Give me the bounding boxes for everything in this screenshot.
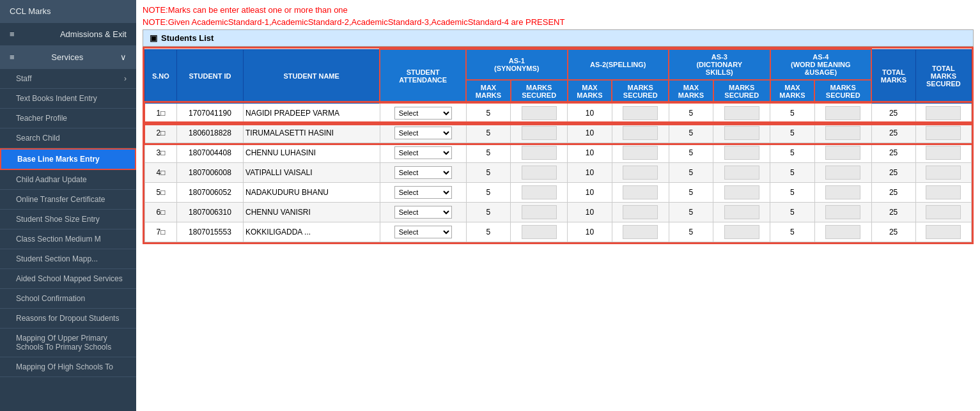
as1-secured-cell[interactable] — [511, 103, 568, 123]
attendance-cell[interactable]: SelectPresentAbsent — [380, 143, 466, 163]
as1-secured-input[interactable] — [522, 146, 557, 160]
sidebar-item-student-section[interactable]: Student Section Mapp... — [0, 249, 136, 269]
attendance-select[interactable]: SelectPresentAbsent — [394, 206, 452, 219]
as2-secured-cell[interactable] — [612, 163, 669, 183]
as2-secured-cell[interactable] — [612, 203, 669, 222]
as4-secured-cell[interactable] — [814, 222, 871, 242]
sidebar-item-services[interactable]: ≡ Services ∨ — [0, 46, 136, 69]
as2-secured-input[interactable] — [623, 185, 658, 199]
sidebar-item-online-transfer[interactable]: Online Transfer Certificate — [0, 190, 136, 210]
as4-secured-cell[interactable] — [814, 123, 871, 143]
as2-secured-input[interactable] — [623, 225, 658, 239]
total-marks-secured-input[interactable] — [926, 126, 961, 140]
sidebar-item-high-school-mapping[interactable]: Mapping Of High Schools To — [0, 357, 136, 377]
as2-secured-cell[interactable] — [612, 143, 669, 163]
total-marks-secured-cell[interactable] — [915, 183, 971, 203]
as1-secured-cell[interactable] — [511, 183, 568, 203]
total-marks-secured-cell[interactable] — [915, 123, 971, 143]
total-marks-secured-input[interactable] — [926, 106, 961, 120]
sidebar-item-dropout-reasons[interactable]: Reasons for Dropout Students — [0, 309, 136, 329]
as1-secured-input[interactable] — [522, 106, 557, 120]
as3-secured-input[interactable] — [724, 225, 759, 239]
as3-secured-input[interactable] — [724, 185, 759, 199]
as4-secured-input[interactable] — [825, 225, 860, 239]
as2-secured-input[interactable] — [623, 106, 658, 120]
as4-secured-input[interactable] — [825, 146, 860, 160]
as4-secured-input[interactable] — [825, 166, 860, 180]
as3-secured-input[interactable] — [724, 106, 759, 120]
as4-secured-input[interactable] — [825, 205, 860, 219]
attendance-cell[interactable]: SelectPresentAbsent — [380, 163, 466, 183]
sidebar-item-baseline-marks[interactable]: Base Line Marks Entry — [0, 148, 136, 170]
attendance-cell[interactable]: SelectPresentAbsent — [380, 183, 466, 203]
sidebar-item-staff[interactable]: Staff › — [0, 69, 136, 89]
as4-secured-cell[interactable] — [814, 203, 871, 222]
as1-secured-cell[interactable] — [511, 222, 568, 242]
as2-secured-cell[interactable] — [612, 123, 669, 143]
as2-secured-input[interactable] — [623, 166, 658, 180]
sidebar-item-child-aadhar[interactable]: Child Aadhar Update — [0, 170, 136, 190]
attendance-cell[interactable]: SelectPresentAbsent — [380, 222, 466, 242]
total-marks-secured-cell[interactable] — [915, 203, 971, 222]
total-marks-secured-cell[interactable] — [915, 143, 971, 163]
total-marks-secured-input[interactable] — [926, 205, 961, 219]
sidebar-item-search-child[interactable]: Search Child — [0, 128, 136, 148]
total-marks-secured-input[interactable] — [926, 225, 961, 239]
as3-secured-cell[interactable] — [713, 163, 770, 183]
sidebar-item-ccl-marks[interactable]: CCL Marks — [0, 0, 136, 23]
as3-secured-cell[interactable] — [713, 143, 770, 163]
as3-secured-input[interactable] — [724, 126, 759, 140]
attendance-select[interactable]: SelectPresentAbsent — [394, 107, 452, 120]
as4-secured-cell[interactable] — [814, 183, 871, 203]
as1-secured-cell[interactable] — [511, 123, 568, 143]
attendance-select[interactable]: SelectPresentAbsent — [394, 146, 452, 159]
as1-secured-cell[interactable] — [511, 143, 568, 163]
sidebar-item-shoe-size[interactable]: Student Shoe Size Entry — [0, 210, 136, 229]
as2-secured-cell[interactable] — [612, 222, 669, 242]
attendance-cell[interactable]: SelectPresentAbsent — [380, 103, 466, 123]
attendance-cell[interactable]: SelectPresentAbsent — [380, 123, 466, 143]
as2-secured-cell[interactable] — [612, 183, 669, 203]
as2-secured-input[interactable] — [623, 146, 658, 160]
as3-secured-input[interactable] — [724, 166, 759, 180]
sidebar-item-teacher-profile[interactable]: Teacher Profile — [0, 109, 136, 128]
as3-secured-cell[interactable] — [713, 203, 770, 222]
as3-secured-input[interactable] — [724, 205, 759, 219]
as4-secured-input[interactable] — [825, 126, 860, 140]
sidebar-item-class-section[interactable]: Class Section Medium M — [0, 229, 136, 249]
as4-secured-input[interactable] — [825, 185, 860, 199]
as3-secured-input[interactable] — [724, 146, 759, 160]
sidebar-item-textbooks[interactable]: Text Books Indent Entry — [0, 89, 136, 109]
as4-secured-cell[interactable] — [814, 143, 871, 163]
as4-secured-cell[interactable] — [814, 163, 871, 183]
sidebar-item-aided-school[interactable]: Aided School Mapped Services — [0, 269, 136, 289]
as3-secured-cell[interactable] — [713, 103, 770, 123]
attendance-cell[interactable]: SelectPresentAbsent — [380, 203, 466, 222]
as1-secured-cell[interactable] — [511, 203, 568, 222]
as1-secured-input[interactable] — [522, 185, 557, 199]
as3-secured-cell[interactable] — [713, 222, 770, 242]
as1-secured-input[interactable] — [522, 166, 557, 180]
total-marks-secured-input[interactable] — [926, 185, 961, 199]
attendance-select[interactable]: SelectPresentAbsent — [394, 186, 452, 199]
as1-secured-input[interactable] — [522, 205, 557, 219]
as3-secured-cell[interactable] — [713, 183, 770, 203]
attendance-select[interactable]: SelectPresentAbsent — [394, 127, 452, 139]
as4-secured-cell[interactable] — [814, 103, 871, 123]
as1-secured-input[interactable] — [522, 225, 557, 239]
total-marks-secured-cell[interactable] — [915, 103, 971, 123]
total-marks-secured-cell[interactable] — [915, 222, 971, 242]
as1-secured-cell[interactable] — [511, 163, 568, 183]
sidebar-item-admissions[interactable]: ≡ Admissions & Exit — [0, 23, 136, 46]
as4-secured-input[interactable] — [825, 106, 860, 120]
as2-secured-input[interactable] — [623, 205, 658, 219]
as3-secured-cell[interactable] — [713, 123, 770, 143]
attendance-select[interactable]: SelectPresentAbsent — [394, 226, 452, 238]
total-marks-secured-cell[interactable] — [915, 163, 971, 183]
as2-secured-input[interactable] — [623, 126, 658, 140]
as2-secured-cell[interactable] — [612, 103, 669, 123]
total-marks-secured-input[interactable] — [926, 146, 961, 160]
attendance-select[interactable]: SelectPresentAbsent — [394, 166, 452, 179]
sidebar-item-upper-primary-mapping[interactable]: Mapping Of Upper Primary Schools To Prim… — [0, 329, 136, 357]
total-marks-secured-input[interactable] — [926, 166, 961, 180]
